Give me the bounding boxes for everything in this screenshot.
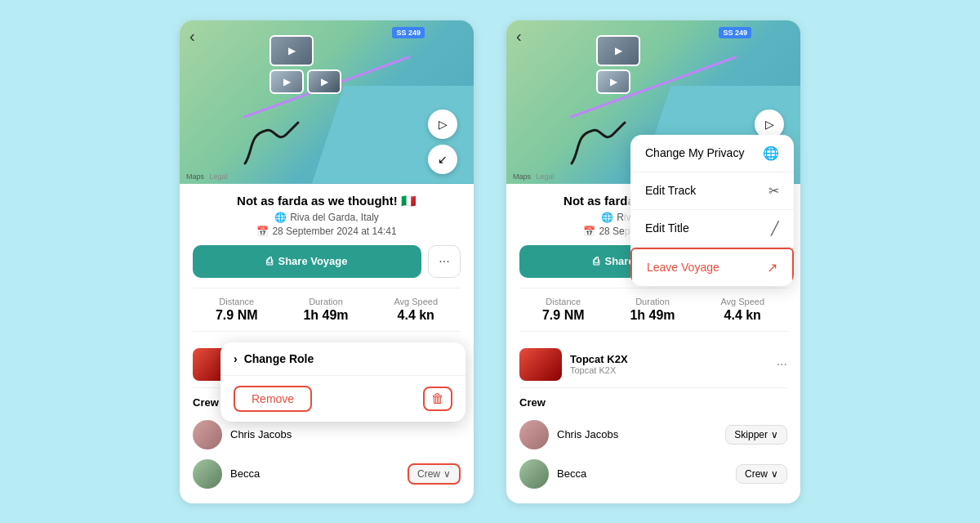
stat-distance-left: Distance 7.9 NM — [216, 297, 258, 323]
expand-button-left[interactable]: ↙ — [428, 145, 457, 174]
crew-item-becca-right: Becca Crew ∨ — [519, 454, 787, 494]
thumbnails-right — [596, 35, 640, 94]
share-row-left: ⎙ Share Voyage ··· — [193, 245, 461, 278]
date-text-left: 28 September 2024 at 14:41 — [272, 226, 396, 237]
thumb-3-left — [307, 69, 341, 94]
crew-avatar-becca-left — [193, 459, 222, 489]
left-phone-card: SS 249 Maps Legal — [180, 20, 474, 503]
thumb-1-left — [270, 35, 314, 66]
share-icon-right: ⎙ — [593, 255, 599, 267]
share-icon-left: ⎙ — [266, 255, 273, 267]
location-row-left: 🌐 Riva del Garda, Italy — [193, 212, 461, 223]
back-arrow-left[interactable]: ‹ — [189, 27, 195, 46]
crew-name-chris-left: Chris Jacobs — [230, 428, 461, 440]
boat-name-right: Topcat K2X — [570, 353, 768, 365]
globe-icon-right: 🌐 — [601, 212, 613, 223]
crew-item-chris-right: Chris Jacobs Skipper ∨ — [519, 415, 787, 454]
menu-label-track: Edit Track — [645, 184, 696, 197]
globe-icon-left: 🌐 — [274, 212, 287, 223]
location-text-left: Riva del Garda, Italy — [290, 212, 379, 223]
maps-label-right: Maps Legal — [513, 172, 555, 181]
more-button-left[interactable]: ··· — [428, 245, 461, 278]
thumb-2-left — [270, 69, 304, 94]
pencil-icon: ╱ — [771, 221, 779, 236]
boat-more-right[interactable]: ··· — [777, 357, 787, 372]
boat-sub-right: Topcat K2X — [570, 365, 768, 375]
privacy-icon: 🌐 — [763, 145, 779, 161]
track-line-left — [229, 118, 310, 168]
crew-name-becca-left: Becca — [230, 467, 399, 480]
context-menu-right: Change My Privacy 🌐 Edit Track ✂ Edit Ti… — [630, 135, 794, 286]
remove-row: Remove 🗑 — [220, 376, 466, 422]
change-role-label: Change Role — [244, 352, 314, 365]
trash-icon-button[interactable]: 🗑 — [423, 387, 452, 411]
play-button-left[interactable]: ▷ — [428, 110, 457, 139]
track-line-right — [555, 118, 637, 168]
change-role-popup: › Change Role Remove 🗑 — [220, 342, 466, 422]
stat-duration-left: Duration 1h 49m — [303, 297, 348, 323]
crew-avatar-chris-right — [519, 420, 549, 449]
menu-label-title: Edit Title — [645, 221, 689, 235]
boat-card-right: Topcat K2X Topcat K2X ··· — [519, 342, 787, 388]
trash-icon: 🗑 — [431, 391, 444, 405]
menu-item-title[interactable]: Edit Title ╱ — [630, 210, 794, 248]
voyage-title-left: Not as farda as we thought! 🇮🇹 — [193, 194, 461, 208]
crew-role-crew-right[interactable]: Crew ∨ — [736, 464, 787, 484]
menu-label-leave: Leave Voyage — [647, 261, 719, 274]
boat-info-right: Topcat K2X Topcat K2X — [570, 353, 768, 375]
maps-label-left: Maps Legal — [186, 172, 228, 181]
menu-item-leave[interactable]: Leave Voyage ↗ — [630, 248, 794, 286]
calendar-icon-right: 📅 — [583, 226, 595, 237]
change-role-header: › Change Role — [220, 342, 466, 376]
scissors-icon: ✂ — [768, 183, 779, 199]
crew-name-chris-right: Chris Jacobs — [557, 428, 717, 440]
crew-role-skipper-right[interactable]: Skipper ∨ — [725, 425, 787, 445]
crew-avatar-chris-left — [193, 420, 222, 449]
share-button-left[interactable]: ⎙ Share Voyage — [193, 245, 421, 278]
thumbnails-left — [270, 35, 341, 94]
back-arrow-right[interactable]: ‹ — [516, 27, 522, 46]
crew-role-dropdown-becca-left[interactable]: Crew ∨ — [408, 463, 461, 485]
change-role-arrow: › — [234, 352, 238, 365]
crew-header-right: Crew — [519, 396, 787, 409]
thumb-1-right — [596, 35, 640, 66]
remove-button[interactable]: Remove — [234, 386, 312, 412]
crew-section-right: Crew Chris Jacobs Skipper ∨ Becca Crew ∨ — [519, 396, 787, 494]
ss-badge-right: SS 249 — [719, 27, 751, 38]
date-row-left: 📅 28 September 2024 at 14:41 — [193, 226, 461, 237]
stats-row-right: Distance 7.9 NM Duration 1h 49m Avg Spee… — [519, 288, 787, 332]
crew-avatar-becca-right — [519, 459, 549, 489]
map-background-left: SS 249 Maps Legal — [180, 20, 474, 184]
stat-distance-right: Distance 7.9 NM — [542, 297, 585, 323]
calendar-icon-left: 📅 — [256, 226, 269, 237]
stats-row-left: Distance 7.9 NM Duration 1h 49m Avg Spee… — [193, 288, 461, 332]
map-area-left: SS 249 Maps Legal — [180, 20, 474, 184]
stat-avgspeed-right: Avg Speed 4.4 kn — [720, 297, 764, 323]
ss-badge-left: SS 249 — [392, 27, 425, 38]
thumb-2-right — [596, 69, 630, 94]
crew-item-becca-left: Becca Crew ∨ — [193, 454, 461, 494]
menu-item-privacy[interactable]: Change My Privacy 🌐 — [630, 135, 794, 172]
main-container: SS 249 Maps Legal — [0, 4, 980, 520]
boat-image-right — [519, 348, 562, 381]
crew-name-becca-right: Becca — [557, 467, 728, 480]
menu-item-track[interactable]: Edit Track ✂ — [630, 172, 794, 210]
right-phone-card: SS 249 Maps Legal — [506, 20, 800, 503]
stat-avgspeed-left: Avg Speed 4.4 kn — [394, 297, 438, 323]
leave-icon: ↗ — [767, 260, 777, 275]
menu-label-privacy: Change My Privacy — [645, 146, 744, 159]
stat-duration-right: Duration 1h 49m — [630, 297, 675, 323]
